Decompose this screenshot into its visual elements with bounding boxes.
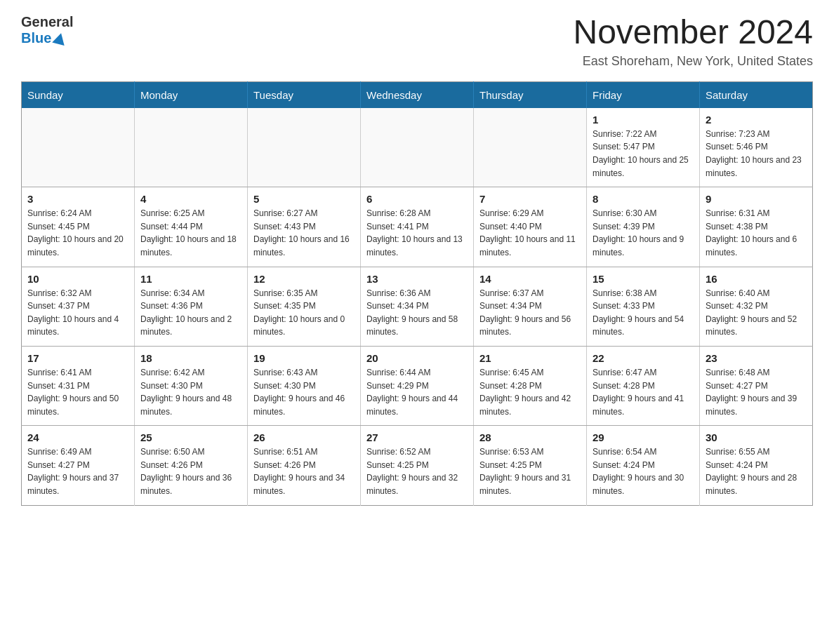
calendar-cell: 26Sunrise: 6:51 AMSunset: 4:26 PMDayligh… bbox=[248, 426, 361, 505]
calendar-week-row: 1Sunrise: 7:22 AMSunset: 5:47 PMDaylight… bbox=[22, 108, 813, 187]
title-area: November 2024 East Shoreham, New York, U… bbox=[573, 14, 813, 69]
day-info: Sunrise: 6:37 AMSunset: 4:34 PMDaylight:… bbox=[479, 287, 581, 339]
calendar-cell: 13Sunrise: 6:36 AMSunset: 4:34 PMDayligh… bbox=[361, 267, 474, 346]
calendar-cell: 10Sunrise: 6:32 AMSunset: 4:37 PMDayligh… bbox=[22, 267, 135, 346]
calendar-cell: 6Sunrise: 6:28 AMSunset: 4:41 PMDaylight… bbox=[361, 187, 474, 267]
day-info: Sunrise: 6:28 AMSunset: 4:41 PMDaylight:… bbox=[366, 207, 468, 259]
day-info: Sunrise: 6:53 AMSunset: 4:25 PMDaylight:… bbox=[479, 445, 581, 497]
day-number: 24 bbox=[27, 431, 128, 443]
day-info: Sunrise: 6:30 AMSunset: 4:39 PMDaylight:… bbox=[593, 207, 694, 259]
day-info: Sunrise: 6:40 AMSunset: 4:32 PMDaylight:… bbox=[706, 287, 807, 339]
day-number: 26 bbox=[253, 431, 355, 443]
calendar-cell: 12Sunrise: 6:35 AMSunset: 4:35 PMDayligh… bbox=[248, 267, 361, 346]
day-number: 12 bbox=[253, 273, 355, 285]
location-title: East Shoreham, New York, United States bbox=[573, 54, 813, 69]
calendar-cell bbox=[22, 108, 135, 187]
calendar-cell: 5Sunrise: 6:27 AMSunset: 4:43 PMDaylight… bbox=[248, 187, 361, 267]
calendar-cell: 4Sunrise: 6:25 AMSunset: 4:44 PMDaylight… bbox=[135, 187, 248, 267]
calendar-cell: 28Sunrise: 6:53 AMSunset: 4:25 PMDayligh… bbox=[474, 426, 587, 505]
day-number: 21 bbox=[479, 352, 581, 364]
day-info: Sunrise: 6:29 AMSunset: 4:40 PMDaylight:… bbox=[479, 207, 581, 259]
month-title: November 2024 bbox=[573, 14, 813, 51]
header-monday: Monday bbox=[135, 81, 248, 108]
calendar-week-row: 10Sunrise: 6:32 AMSunset: 4:37 PMDayligh… bbox=[22, 267, 813, 346]
day-info: Sunrise: 6:49 AMSunset: 4:27 PMDaylight:… bbox=[27, 445, 128, 497]
calendar-cell: 1Sunrise: 7:22 AMSunset: 5:47 PMDaylight… bbox=[587, 108, 700, 187]
logo-triangle-icon bbox=[53, 31, 68, 45]
day-number: 28 bbox=[479, 431, 581, 443]
day-number: 30 bbox=[706, 431, 807, 443]
logo-general-text: General bbox=[21, 14, 73, 30]
day-number: 20 bbox=[366, 352, 468, 364]
calendar-cell: 9Sunrise: 6:31 AMSunset: 4:38 PMDaylight… bbox=[700, 187, 813, 267]
day-info: Sunrise: 6:34 AMSunset: 4:36 PMDaylight:… bbox=[140, 287, 241, 339]
header-sunday: Sunday bbox=[22, 81, 135, 108]
day-number: 14 bbox=[479, 273, 581, 285]
calendar-cell bbox=[135, 108, 248, 187]
header-tuesday: Tuesday bbox=[248, 81, 361, 108]
day-number: 10 bbox=[27, 273, 128, 285]
day-number: 15 bbox=[593, 273, 694, 285]
calendar-cell: 30Sunrise: 6:55 AMSunset: 4:24 PMDayligh… bbox=[700, 426, 813, 505]
day-number: 11 bbox=[140, 273, 241, 285]
day-info: Sunrise: 6:32 AMSunset: 4:37 PMDaylight:… bbox=[27, 287, 128, 339]
day-number: 29 bbox=[593, 431, 694, 443]
calendar-cell: 3Sunrise: 6:24 AMSunset: 4:45 PMDaylight… bbox=[22, 187, 135, 267]
day-number: 7 bbox=[479, 193, 581, 205]
day-number: 9 bbox=[706, 193, 807, 205]
day-number: 27 bbox=[366, 431, 468, 443]
day-info: Sunrise: 7:23 AMSunset: 5:46 PMDaylight:… bbox=[706, 128, 807, 180]
day-info: Sunrise: 6:43 AMSunset: 4:30 PMDaylight:… bbox=[253, 366, 355, 418]
day-number: 18 bbox=[140, 352, 241, 364]
day-info: Sunrise: 6:51 AMSunset: 4:26 PMDaylight:… bbox=[253, 445, 355, 497]
day-number: 2 bbox=[706, 114, 807, 126]
header-friday: Friday bbox=[587, 81, 700, 108]
day-info: Sunrise: 6:27 AMSunset: 4:43 PMDaylight:… bbox=[253, 207, 355, 259]
day-info: Sunrise: 6:36 AMSunset: 4:34 PMDaylight:… bbox=[366, 287, 468, 339]
day-number: 6 bbox=[366, 193, 468, 205]
day-number: 22 bbox=[593, 352, 694, 364]
day-info: Sunrise: 6:55 AMSunset: 4:24 PMDaylight:… bbox=[706, 445, 807, 497]
day-info: Sunrise: 6:38 AMSunset: 4:33 PMDaylight:… bbox=[593, 287, 694, 339]
header-thursday: Thursday bbox=[474, 81, 587, 108]
day-number: 16 bbox=[706, 273, 807, 285]
logo: General Blue bbox=[21, 14, 73, 46]
day-info: Sunrise: 7:22 AMSunset: 5:47 PMDaylight:… bbox=[593, 128, 694, 180]
calendar-cell bbox=[474, 108, 587, 187]
day-info: Sunrise: 6:48 AMSunset: 4:27 PMDaylight:… bbox=[706, 366, 807, 418]
day-number: 1 bbox=[593, 114, 694, 126]
day-info: Sunrise: 6:24 AMSunset: 4:45 PMDaylight:… bbox=[27, 207, 128, 259]
day-info: Sunrise: 6:42 AMSunset: 4:30 PMDaylight:… bbox=[140, 366, 241, 418]
calendar-cell: 19Sunrise: 6:43 AMSunset: 4:30 PMDayligh… bbox=[248, 346, 361, 425]
day-info: Sunrise: 6:44 AMSunset: 4:29 PMDaylight:… bbox=[366, 366, 468, 418]
logo-blue-text: Blue bbox=[21, 30, 51, 46]
day-info: Sunrise: 6:50 AMSunset: 4:26 PMDaylight:… bbox=[140, 445, 241, 497]
day-info: Sunrise: 6:47 AMSunset: 4:28 PMDaylight:… bbox=[593, 366, 694, 418]
calendar-header-row: SundayMondayTuesdayWednesdayThursdayFrid… bbox=[22, 81, 813, 108]
day-info: Sunrise: 6:45 AMSunset: 4:28 PMDaylight:… bbox=[479, 366, 581, 418]
calendar-cell: 24Sunrise: 6:49 AMSunset: 4:27 PMDayligh… bbox=[22, 426, 135, 505]
calendar-cell: 16Sunrise: 6:40 AMSunset: 4:32 PMDayligh… bbox=[700, 267, 813, 346]
header-saturday: Saturday bbox=[700, 81, 813, 108]
day-info: Sunrise: 6:25 AMSunset: 4:44 PMDaylight:… bbox=[140, 207, 241, 259]
calendar-cell: 14Sunrise: 6:37 AMSunset: 4:34 PMDayligh… bbox=[474, 267, 587, 346]
calendar-cell bbox=[361, 108, 474, 187]
day-number: 19 bbox=[253, 352, 355, 364]
day-info: Sunrise: 6:54 AMSunset: 4:24 PMDaylight:… bbox=[593, 445, 694, 497]
day-info: Sunrise: 6:35 AMSunset: 4:35 PMDaylight:… bbox=[253, 287, 355, 339]
day-number: 25 bbox=[140, 431, 241, 443]
page-header: General Blue November 2024 East Shoreham… bbox=[21, 14, 813, 69]
header-wednesday: Wednesday bbox=[361, 81, 474, 108]
calendar-week-row: 17Sunrise: 6:41 AMSunset: 4:31 PMDayligh… bbox=[22, 346, 813, 425]
calendar-cell: 20Sunrise: 6:44 AMSunset: 4:29 PMDayligh… bbox=[361, 346, 474, 425]
day-number: 5 bbox=[253, 193, 355, 205]
calendar-cell: 23Sunrise: 6:48 AMSunset: 4:27 PMDayligh… bbox=[700, 346, 813, 425]
day-number: 17 bbox=[27, 352, 128, 364]
calendar-cell: 21Sunrise: 6:45 AMSunset: 4:28 PMDayligh… bbox=[474, 346, 587, 425]
calendar-cell: 29Sunrise: 6:54 AMSunset: 4:24 PMDayligh… bbox=[587, 426, 700, 505]
day-number: 3 bbox=[27, 193, 128, 205]
day-number: 13 bbox=[366, 273, 468, 285]
calendar-cell: 25Sunrise: 6:50 AMSunset: 4:26 PMDayligh… bbox=[135, 426, 248, 505]
day-info: Sunrise: 6:52 AMSunset: 4:25 PMDaylight:… bbox=[366, 445, 468, 497]
day-info: Sunrise: 6:41 AMSunset: 4:31 PMDaylight:… bbox=[27, 366, 128, 418]
